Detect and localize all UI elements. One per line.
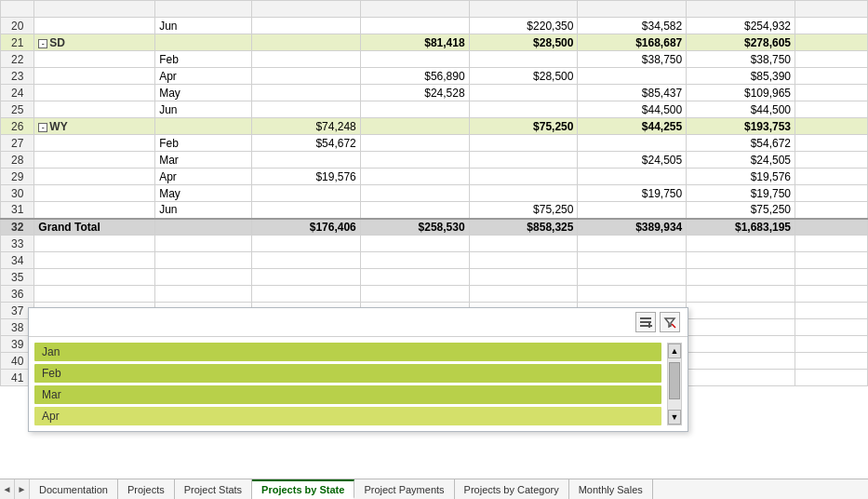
cell-e[interactable] xyxy=(469,286,578,303)
cell-h[interactable] xyxy=(795,135,868,152)
cell-b[interactable]: Apr xyxy=(155,68,252,85)
cell-d[interactable] xyxy=(360,101,469,118)
cell-d[interactable]: $81,418 xyxy=(360,34,469,51)
tab-scroll-right-button[interactable]: ► xyxy=(15,479,30,499)
collapse-icon[interactable]: - xyxy=(38,39,47,48)
cell-a[interactable] xyxy=(34,51,155,68)
cell-b[interactable]: Feb xyxy=(155,51,252,68)
cell-e[interactable] xyxy=(469,236,578,252)
cell-a[interactable] xyxy=(34,152,155,169)
cell-c[interactable] xyxy=(251,269,360,286)
cell-b[interactable] xyxy=(155,286,252,303)
cell-h[interactable] xyxy=(795,319,868,336)
col-header-b[interactable] xyxy=(155,1,252,18)
cell-e[interactable] xyxy=(469,85,578,101)
cell-g[interactable]: $1,683,195 xyxy=(687,219,795,236)
cell-b[interactable]: Apr xyxy=(155,169,252,185)
cell-e[interactable] xyxy=(469,169,578,185)
cell-g[interactable] xyxy=(687,336,795,353)
tab-projects[interactable]: Projects xyxy=(118,479,175,499)
cell-g[interactable]: $24,505 xyxy=(687,152,795,169)
cell-e[interactable] xyxy=(469,152,578,169)
cell-c[interactable] xyxy=(251,202,360,219)
cell-d[interactable] xyxy=(360,252,469,269)
cell-d[interactable] xyxy=(360,152,469,169)
col-header-g[interactable] xyxy=(687,1,795,18)
slicer-scroll-down-button[interactable]: ▼ xyxy=(668,410,681,425)
slicer-item[interactable]: Apr xyxy=(34,407,661,425)
cell-e[interactable]: $220,350 xyxy=(469,18,578,34)
tab-documentation[interactable]: Documentation xyxy=(30,479,118,499)
cell-d[interactable]: $24,528 xyxy=(360,85,469,101)
cell-f[interactable] xyxy=(578,252,687,269)
cell-a[interactable] xyxy=(34,236,155,252)
tab-monthly-sales[interactable]: Monthly Sales xyxy=(569,479,653,499)
col-header-f[interactable] xyxy=(578,1,687,18)
cell-c[interactable] xyxy=(251,236,360,252)
cell-b[interactable] xyxy=(155,236,252,252)
cell-e[interactable]: $28,500 xyxy=(469,68,578,85)
cell-c[interactable]: $54,672 xyxy=(251,135,360,152)
cell-g[interactable]: $193,753 xyxy=(687,118,795,135)
cell-g[interactable] xyxy=(687,370,795,386)
cell-a[interactable] xyxy=(34,68,155,85)
cell-g[interactable]: $109,965 xyxy=(687,85,795,101)
cell-h[interactable] xyxy=(795,269,868,286)
cell-g[interactable] xyxy=(687,252,795,269)
cell-f[interactable] xyxy=(578,286,687,303)
collapse-icon[interactable]: - xyxy=(38,123,47,132)
slicer-filter-button[interactable] xyxy=(635,312,656,332)
cell-b[interactable] xyxy=(155,252,252,269)
cell-b[interactable] xyxy=(155,269,252,286)
cell-d[interactable] xyxy=(360,202,469,219)
cell-h[interactable] xyxy=(795,101,868,118)
cell-d[interactable] xyxy=(360,118,469,135)
cell-b[interactable]: Jun xyxy=(155,101,252,118)
cell-a[interactable] xyxy=(34,269,155,286)
cell-c[interactable] xyxy=(251,34,360,51)
cell-d[interactable] xyxy=(360,135,469,152)
cell-h[interactable] xyxy=(795,252,868,269)
cell-f[interactable] xyxy=(578,68,687,85)
slicer-item[interactable]: Mar xyxy=(34,385,661,404)
cell-f[interactable] xyxy=(578,236,687,252)
cell-g[interactable]: $75,250 xyxy=(687,202,795,219)
cell-f[interactable]: $34,582 xyxy=(578,18,687,34)
tab-projects-by-category[interactable]: Projects by Category xyxy=(455,479,569,499)
cell-f[interactable]: $389,934 xyxy=(578,219,687,236)
cell-c[interactable] xyxy=(251,101,360,118)
cell-b[interactable]: Mar xyxy=(155,152,252,169)
cell-g[interactable]: $254,932 xyxy=(687,18,795,34)
cell-g[interactable] xyxy=(687,286,795,303)
cell-g[interactable] xyxy=(687,303,795,319)
cell-c[interactable] xyxy=(251,152,360,169)
tab-project-stats[interactable]: Project Stats xyxy=(175,479,252,499)
cell-d[interactable] xyxy=(360,185,469,202)
slicer-clear-button[interactable] xyxy=(660,312,680,332)
cell-h[interactable] xyxy=(795,336,868,353)
cell-h[interactable] xyxy=(795,185,868,202)
cell-f[interactable]: $44,500 xyxy=(578,101,687,118)
col-header-d[interactable] xyxy=(360,1,469,18)
cell-h[interactable] xyxy=(795,34,868,51)
cell-d[interactable] xyxy=(360,169,469,185)
cell-a[interactable] xyxy=(34,252,155,269)
cell-a[interactable] xyxy=(34,135,155,152)
cell-f[interactable] xyxy=(578,269,687,286)
slicer-scroll-up-button[interactable]: ▲ xyxy=(668,344,681,358)
cell-d[interactable] xyxy=(360,51,469,68)
cell-f[interactable]: $19,750 xyxy=(578,185,687,202)
cell-b[interactable]: May xyxy=(155,85,252,101)
cell-c[interactable]: $74,248 xyxy=(251,118,360,135)
cell-e[interactable] xyxy=(469,135,578,152)
cell-e[interactable]: $858,325 xyxy=(469,219,578,236)
cell-c[interactable] xyxy=(251,51,360,68)
col-header-a[interactable] xyxy=(34,1,155,18)
cell-h[interactable] xyxy=(795,152,868,169)
cell-f[interactable] xyxy=(578,202,687,219)
col-header-e[interactable] xyxy=(469,1,578,18)
slicer-scroll-thumb[interactable] xyxy=(669,362,680,399)
cell-h[interactable] xyxy=(795,169,868,185)
cell-c[interactable] xyxy=(251,68,360,85)
cell-e[interactable]: $75,250 xyxy=(469,202,578,219)
